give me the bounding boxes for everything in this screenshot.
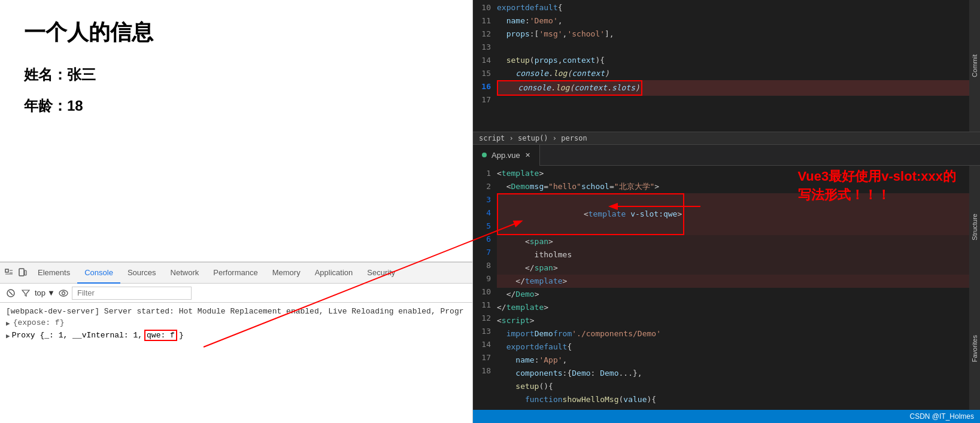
breadcrumb-bar: script › setup() › person — [473, 132, 980, 145]
tab-elements[interactable]: Elements — [31, 263, 77, 284]
devtools-toolbar: top ▼ — [0, 284, 472, 303]
console-line-expose[interactable]: ▶ {expose: f} — [6, 317, 466, 328]
expand-arrow-proxy[interactable]: ▶ — [6, 332, 10, 340]
expand-arrow[interactable]: ▶ — [6, 319, 10, 327]
svg-rect-0 — [5, 269, 8, 272]
file-tab-bar: App.vue ✕ — [473, 145, 980, 166]
name-info: 姓名：张三 — [24, 65, 448, 84]
tab-network[interactable]: Network — [163, 263, 207, 284]
svg-rect-1 — [19, 269, 24, 276]
app-vue-tab-label: App.vue — [491, 151, 520, 160]
app-line-gutter: 1 2 3 4 5 6 7 8 9 10 11 12 13 14 17 18 — [473, 166, 497, 410]
clear-console-button[interactable] — [5, 287, 17, 299]
devtools-panel: Elements Console Sources Network Perform… — [0, 261, 472, 423]
console-content: [webpack-dev-server] Server started: Hot… — [0, 303, 472, 423]
favorites-label[interactable]: Favorites — [971, 335, 978, 362]
svg-line-4 — [9, 291, 13, 295]
credit-text: CSDN @IT_Holmes — [909, 412, 974, 421]
tab-memory[interactable]: Memory — [265, 263, 308, 284]
demo-editor: 10 11 12 13 14 15 16 17 export default {… — [473, 0, 980, 132]
app-vue-tab[interactable]: App.vue ✕ — [473, 145, 540, 166]
demo-code-area: 10 11 12 13 14 15 16 17 export default {… — [473, 0, 980, 132]
tab-performance[interactable]: Performance — [206, 263, 265, 284]
tab-console[interactable]: Console — [77, 263, 120, 284]
svg-rect-2 — [25, 270, 26, 275]
webpack-message: [webpack-dev-server] Server started: Hot… — [6, 307, 464, 316]
tab-application[interactable]: Application — [308, 263, 360, 284]
annotation-line2: 写法形式！！！ — [798, 186, 956, 205]
top-label: top — [35, 288, 45, 297]
demo-line-gutter: 10 11 12 13 14 15 16 17 — [473, 0, 497, 132]
tab-sources[interactable]: Sources — [120, 263, 163, 284]
console-slots-highlight: console.log(context.slots) — [497, 80, 642, 96]
dropdown-arrow: ▼ — [47, 288, 55, 297]
filter-input[interactable] — [72, 287, 192, 300]
svg-point-6 — [62, 291, 65, 294]
page-title: 一个人的信息 — [24, 18, 448, 47]
demo-code-content: export default { name:'Demo', props:['ms… — [497, 0, 969, 132]
editor-sidebar-labels: Commit — [969, 0, 980, 132]
tab-security[interactable]: Security — [360, 263, 402, 284]
app-editor-labels: Structure Favorites — [969, 166, 980, 410]
svg-point-5 — [59, 290, 68, 296]
proxy-text: Proxy {_: 1, __vInternal: 1, — [12, 331, 142, 340]
proxy-qwe-highlight: qwe: f — [144, 330, 177, 341]
tab-close-button[interactable]: ✕ — [525, 151, 530, 159]
devtools-device-icon[interactable] — [17, 267, 29, 279]
devtools-inspect-icon[interactable] — [3, 267, 15, 279]
age-info: 年龄：18 — [24, 96, 448, 115]
main-layout: 一个人的信息 姓名：张三 年龄：18 — [0, 0, 980, 423]
devtools-tab-bar: Elements Console Sources Network Perform… — [0, 263, 472, 284]
console-line-proxy[interactable]: ▶ Proxy {_: 1, __vInternal: 1, qwe: f} — [6, 328, 466, 342]
preview-area: 一个人的信息 姓名：张三 年龄：18 — [0, 0, 472, 261]
expose-object: {expose: f} — [13, 318, 65, 327]
bottom-status-bar: CSDN @IT_Holmes — [473, 410, 980, 423]
filter-icon[interactable] — [20, 287, 32, 299]
annotation-box: Vue3最好使用v-slot:xxx的 写法形式！！！ — [798, 168, 956, 205]
commit-label[interactable]: Commit — [971, 54, 978, 77]
vslot-highlight: <template v-slot:qwe> — [497, 193, 684, 235]
annotation-line1: Vue3最好使用v-slot:xxx的 — [798, 168, 956, 186]
left-panel: 一个人的信息 姓名：张三 年龄：18 — [0, 0, 473, 423]
context-selector[interactable]: top ▼ — [35, 288, 55, 297]
right-panel: 10 11 12 13 14 15 16 17 export default {… — [473, 0, 980, 423]
structure-label[interactable]: Structure — [971, 214, 978, 241]
eye-button[interactable] — [58, 288, 69, 299]
breadcrumb-text: script › setup() › person — [479, 134, 587, 142]
proxy-close: } — [179, 331, 184, 340]
console-line-webpack: [webpack-dev-server] Server started: Hot… — [6, 306, 466, 317]
vue-indicator — [482, 153, 487, 157]
